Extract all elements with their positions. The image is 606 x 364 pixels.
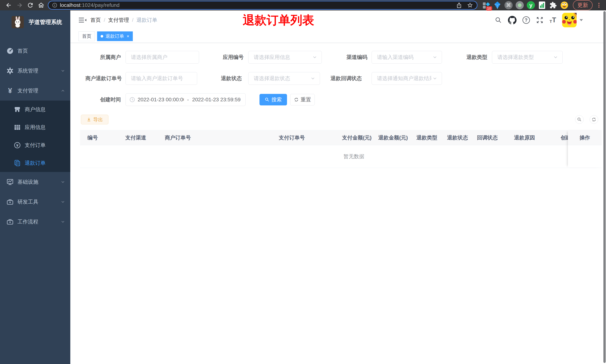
extension-gem[interactable] — [492, 0, 503, 10]
merchant-refund-no-input[interactable]: 请输入商户退款订单号 — [126, 72, 197, 85]
sidebar-item-infra[interactable]: 基础设施 — [0, 172, 70, 192]
search-button[interactable]: 搜索 — [260, 94, 287, 105]
sidebar-item-merchant-info[interactable]: 商户信息 — [0, 101, 70, 118]
sidebar: 芋道管理系统 首页 系统管理 — [0, 10, 70, 364]
breadcrumb-current: 退款订单 — [136, 16, 157, 24]
sidebar-item-app-info[interactable]: 应用信息 — [0, 118, 70, 136]
breadcrumb-home[interactable]: 首页 — [90, 16, 101, 24]
col-pay-amount: 支付金额(元) — [338, 134, 374, 141]
export-button[interactable]: 导出 — [81, 115, 108, 124]
refund-status-select[interactable]: 请选择退款状态 — [248, 72, 320, 85]
extension-vue-devtools[interactable]: 10 — [481, 0, 492, 10]
browser-menu-button[interactable] — [595, 0, 603, 10]
url-path: :1024/pay/refund — [80, 2, 119, 8]
search-icon — [577, 117, 582, 122]
extension-recorder[interactable] — [514, 0, 525, 10]
filter-label-refund-status: 退款状态 — [200, 72, 242, 85]
table-header-row: 编号 支付渠道 商户订单号 支付订单号 支付金额(元) 退款金额(元) 退款类型… — [80, 130, 602, 145]
chevron-down-icon — [312, 55, 317, 60]
sidebar-item-pay[interactable]: ¥ 支付管理 — [0, 81, 70, 101]
update-button[interactable]: 更新 — [573, 0, 593, 10]
col-id: 编号 — [80, 134, 121, 141]
chevron-down-icon — [61, 69, 65, 73]
address-bar[interactable]: localhost:1024/pay/refund — [48, 1, 477, 9]
logo-row[interactable]: 芋道管理系统 — [0, 10, 70, 34]
page-scrollbar[interactable] — [603, 11, 606, 363]
download-icon — [87, 117, 91, 122]
toolbox-icon — [6, 198, 14, 206]
extension-command[interactable]: ⌘ — [503, 0, 514, 10]
help-icon[interactable]: ? — [523, 16, 530, 24]
search-icon[interactable] — [495, 16, 502, 24]
filter-label-notify-status: 退款回调状态 — [318, 72, 362, 85]
col-actions: 操作 — [568, 130, 602, 145]
font-size-icon[interactable]: TT — [550, 16, 556, 24]
home-button[interactable] — [36, 0, 47, 10]
sidebar-item-pay-order[interactable]: ¥ 支付订单 — [0, 136, 70, 154]
col-refund-reason: 退款原因 — [510, 134, 556, 141]
bookmark-star-icon[interactable] — [467, 2, 473, 8]
fullscreen-icon[interactable] — [536, 16, 544, 24]
gear-icon — [6, 67, 14, 75]
show-search-toggle-button[interactable] — [575, 115, 584, 124]
extension-badge: 10 — [486, 6, 492, 11]
forward-button[interactable] — [14, 0, 25, 10]
back-button[interactable] — [3, 0, 14, 10]
home-icon — [38, 2, 45, 9]
tab-refund-order[interactable]: 退款订单 × — [97, 31, 133, 41]
col-refund-status: 退款状态 — [443, 134, 473, 141]
refresh-icon — [592, 117, 596, 122]
col-pay-channel: 支付渠道 — [121, 134, 160, 141]
sidebar-item-system[interactable]: 系统管理 — [0, 61, 70, 81]
dashboard-icon — [6, 47, 14, 55]
sidebar-item-home[interactable]: 首页 — [0, 41, 70, 61]
filter-label-merchant-refund-no: 商户退款订单号 — [74, 72, 122, 85]
kebab-menu-icon — [596, 2, 602, 8]
reload-button[interactable] — [25, 0, 36, 10]
sidebar-collapse-icon[interactable] — [79, 16, 87, 24]
share-icon[interactable] — [456, 2, 462, 8]
chevron-down-icon — [61, 200, 65, 204]
gem-icon — [494, 1, 501, 9]
channel-code-input[interactable]: 请输入渠道编码 — [372, 51, 442, 64]
clock-icon — [130, 97, 135, 103]
green-dot-icon — [516, 1, 524, 9]
grid-icon — [13, 124, 21, 131]
profile-avatar[interactable] — [559, 0, 570, 10]
sidebar-item-dev-tools[interactable]: 研发工具 — [0, 192, 70, 212]
user-menu[interactable] — [562, 13, 583, 27]
chevron-down-icon — [61, 180, 65, 184]
chevron-down-icon — [433, 55, 437, 60]
extensions-menu[interactable] — [548, 0, 559, 10]
breadcrumb: 首页 / 支付管理 / 退款订单 — [90, 10, 157, 30]
monitor-icon — [6, 178, 14, 186]
reload-icon — [27, 2, 34, 9]
extension-y[interactable]: y — [525, 0, 536, 10]
github-icon[interactable] — [508, 16, 516, 24]
chevron-down-icon — [553, 55, 558, 60]
tab-home[interactable]: 首页 — [79, 31, 95, 41]
create-time-range-picker[interactable]: 2022-01-23 00:00:00 - 2022-01-23 23:59:5… — [126, 93, 246, 106]
chevron-down-icon — [433, 76, 437, 81]
extension-chart[interactable] — [536, 0, 548, 10]
breadcrumb-pay[interactable]: 支付管理 — [108, 16, 129, 24]
sidebar-item-workflow[interactable]: 工作流程 — [0, 212, 70, 232]
app-no-select[interactable]: 请选择应用信息 — [248, 51, 322, 64]
command-icon: ⌘ — [504, 1, 513, 9]
sidebar-item-refund-order[interactable]: 退款订单 — [0, 154, 70, 172]
browser-chrome: localhost:1024/pay/refund 10 ⌘ y — [0, 0, 606, 10]
col-create-time: 创建时间 — [556, 134, 568, 141]
refund-type-select[interactable]: 请选择退款类型 — [492, 51, 563, 64]
tab-close-icon[interactable]: × — [127, 34, 129, 39]
forward-icon — [16, 2, 23, 9]
date-range-separator: - — [187, 97, 189, 103]
chevron-down-icon — [61, 220, 65, 224]
refresh-table-button[interactable] — [590, 115, 598, 124]
merchant-select[interactable]: 请选择所属商户 — [126, 51, 199, 64]
notify-status-select[interactable]: 请选择通知商户退款结果 — [372, 72, 442, 85]
refresh-icon — [294, 97, 299, 102]
user-avatar — [562, 13, 577, 27]
reset-button[interactable]: 重置 — [290, 94, 315, 105]
breadcrumb-separator: / — [132, 17, 133, 23]
site-info-icon — [52, 3, 57, 8]
